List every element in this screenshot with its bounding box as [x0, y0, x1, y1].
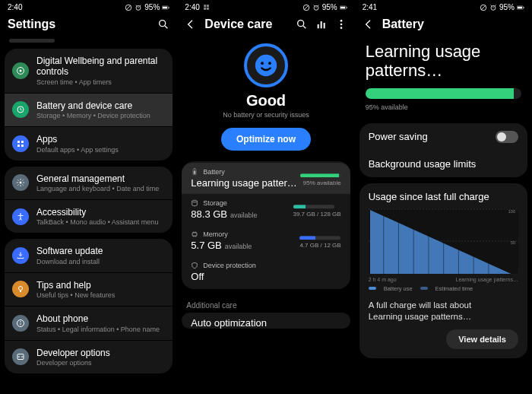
- item-title: Battery and device care: [36, 100, 165, 111]
- protection-row[interactable]: Device protection Off: [182, 256, 350, 288]
- svg-point-19: [20, 213, 21, 214]
- status-icons: 95%: [480, 3, 524, 11]
- svg-line-4: [136, 5, 137, 5]
- chevron-left-icon: [363, 18, 375, 30]
- settings-item-apps[interactable]: AppsDefault apps • App settings: [5, 127, 173, 160]
- svg-rect-7: [163, 6, 167, 8]
- svg-rect-52: [194, 170, 196, 174]
- status-bar: 2:40 95%: [177, 0, 354, 13]
- hero-title: Learning usage patterns…: [366, 42, 521, 81]
- svg-text:50: 50: [510, 240, 515, 245]
- svg-point-18: [20, 182, 22, 184]
- settings-item-about[interactable]: About phoneStatus • Legal information • …: [5, 307, 173, 339]
- care-icon: [12, 101, 29, 118]
- item-sub: TalkBack • Mono audio • Assistant menu: [36, 218, 165, 226]
- settings-item-care[interactable]: Battery and device careStorage • Memory …: [5, 94, 173, 126]
- bg-limits-label: Background usage limits: [369, 158, 477, 170]
- search-icon: [296, 18, 308, 30]
- scroll-indicator: [9, 39, 55, 43]
- svg-rect-28: [204, 8, 206, 10]
- svg-line-10: [165, 26, 167, 28]
- svg-rect-43: [323, 23, 325, 28]
- svg-rect-42: [320, 21, 321, 28]
- svg-rect-14: [17, 141, 20, 143]
- legend-label-a: Battery use: [384, 285, 413, 292]
- page-title: Device care: [204, 17, 287, 31]
- settings-item-a11y[interactable]: AccessibilityTalkBack • Mono audio • Ass…: [5, 200, 173, 233]
- svg-rect-69: [524, 7, 524, 8]
- alarm-icon: [312, 4, 320, 11]
- battery-hero: Learning usage patterns… 95% available: [355, 39, 532, 116]
- page-title: Battery: [382, 17, 524, 31]
- svg-rect-8: [169, 7, 169, 8]
- row-right: 39.7 GB / 128 GB: [293, 211, 341, 218]
- alarm-icon: [489, 4, 497, 11]
- battery-pct: 95%: [322, 3, 337, 11]
- item-title: General management: [36, 173, 165, 184]
- wellbeing-icon: [12, 62, 29, 79]
- search-button[interactable]: [296, 18, 308, 30]
- item-sub: Screen time • App timers: [36, 78, 165, 86]
- power-saving-switch[interactable]: [496, 131, 518, 143]
- storage-row[interactable]: Storage 88.3 GBavailable 39.7 GB / 128 G…: [182, 194, 350, 225]
- battery-row[interactable]: Battery Learning usage patter… 95% avail…: [182, 163, 350, 194]
- dnd-icon: [302, 4, 310, 11]
- power-saving-row[interactable]: Power saving: [359, 123, 527, 151]
- memory-icon: [191, 230, 198, 238]
- battery-icon: [517, 4, 524, 11]
- settings-item-tips[interactable]: Tips and helpUseful tips • New features: [5, 273, 173, 306]
- tips-icon: [12, 281, 29, 297]
- item-sub: Status • Legal information • Phone name: [36, 326, 165, 333]
- estimate-text: A full charge will last about Learning u…: [369, 300, 518, 323]
- svg-rect-27: [207, 5, 209, 7]
- item-title: Software update: [36, 246, 165, 256]
- svg-point-47: [255, 55, 277, 76]
- svg-rect-21: [20, 291, 21, 292]
- battery-pct: 95%: [499, 3, 515, 11]
- status-face: [244, 43, 288, 87]
- update-icon: [12, 247, 29, 264]
- item-sub: Download and install: [36, 258, 165, 265]
- chart-button[interactable]: [315, 18, 328, 30]
- svg-rect-51: [194, 168, 195, 169]
- memory-row[interactable]: Memory 5.7 GBavailable 4.7 GB / 12 GB: [182, 225, 350, 256]
- row-value: Off: [191, 271, 204, 282]
- svg-point-20: [19, 287, 23, 291]
- legend-label-b: Estimated time: [435, 285, 473, 292]
- settings-item-gear[interactable]: General managementLanguage and keyboard …: [5, 167, 173, 199]
- settings-group: Digital Wellbeing and parental controlsS…: [5, 49, 173, 160]
- legend-swatch-battery: [369, 287, 376, 290]
- status-icons: 95%: [125, 3, 169, 11]
- status-bar: 2:41 95%: [355, 0, 532, 13]
- svg-line-5: [140, 5, 141, 5]
- item-title: About phone: [36, 313, 165, 324]
- settings-item-wellbeing[interactable]: Digital Wellbeing and parental controlsS…: [5, 49, 173, 93]
- shield-icon: [191, 262, 198, 269]
- back-button[interactable]: [185, 18, 197, 30]
- power-saving-label: Power saving: [369, 131, 428, 142]
- more-button[interactable]: [335, 18, 347, 30]
- auto-optimization-row[interactable]: Auto optimization: [182, 313, 350, 329]
- svg-rect-54: [192, 233, 197, 236]
- svg-rect-16: [17, 145, 20, 147]
- item-sub: Language and keyboard • Date and time: [36, 185, 165, 192]
- svg-line-34: [313, 5, 314, 5]
- svg-rect-15: [21, 141, 24, 143]
- storage-bar-fill: [293, 205, 306, 208]
- status-time: 2:41: [363, 3, 377, 11]
- search-icon: [157, 18, 169, 30]
- svg-rect-37: [340, 6, 344, 8]
- search-button[interactable]: [157, 18, 169, 30]
- bg-limits-row[interactable]: Background usage limits: [359, 151, 527, 177]
- settings-item-dev[interactable]: Developer optionsDeveloper options: [5, 341, 173, 373]
- row-label: Device protection: [203, 262, 256, 269]
- item-title: Developer options: [36, 348, 165, 358]
- item-sub: Default apps • App settings: [36, 146, 165, 154]
- row-value: 5.7 GB: [191, 240, 221, 251]
- optimize-button[interactable]: Optimize now: [221, 128, 311, 151]
- status-bar: 2:40 95%: [0, 0, 177, 13]
- settings-item-update[interactable]: Software updateDownload and install: [5, 239, 173, 272]
- view-details-button[interactable]: View details: [446, 329, 518, 349]
- back-button[interactable]: [363, 18, 375, 30]
- item-sub: Useful tips • New features: [36, 291, 165, 299]
